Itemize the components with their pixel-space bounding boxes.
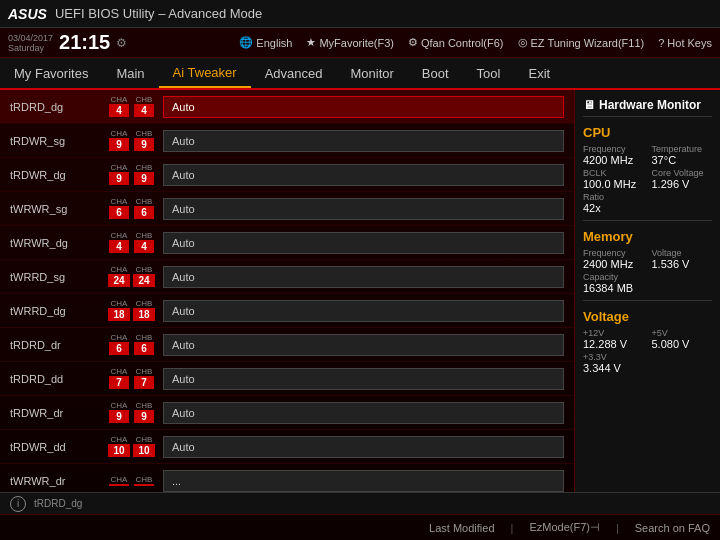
nav-language[interactable]: 🌐 English — [239, 36, 292, 49]
setting-row[interactable]: tRDWR_drCHA9CHB9Auto — [0, 396, 574, 430]
asus-logo: ASUS — [8, 6, 47, 22]
setting-value[interactable]: Auto — [163, 164, 564, 186]
channel-badges: CHACHB — [108, 476, 155, 486]
mem-cap-label: Capacity — [583, 272, 712, 282]
channel-badges: CHA4CHB4 — [108, 96, 155, 117]
cha-label: CHA — [111, 300, 128, 308]
chb-value: 6 — [134, 206, 154, 219]
chb-value: 7 — [134, 376, 154, 389]
setting-row[interactable]: tRDWR_sgCHA9CHB9Auto — [0, 124, 574, 158]
bottom-setting-name: tRDRD_dg — [34, 498, 82, 509]
setting-value[interactable]: Auto — [163, 96, 564, 118]
settings-panel: tRDRD_dgCHA4CHB4AutotRDWR_sgCHA9CHB9Auto… — [0, 90, 575, 492]
chb-label: CHB — [136, 164, 153, 172]
menu-tool[interactable]: Tool — [463, 58, 515, 88]
settings-icon[interactable]: ⚙ — [116, 36, 127, 50]
setting-name: tWRWR_dr — [10, 475, 100, 487]
cpu-temp-label: Temperature — [652, 144, 713, 154]
mem-cap-value: 16384 MB — [583, 282, 712, 294]
bclk-value: 100.0 MHz — [583, 178, 644, 190]
nav-eztuning[interactable]: ◎ EZ Tuning Wizard(F11) — [518, 36, 645, 49]
setting-row[interactable]: tWRWR_sgCHA6CHB6Auto — [0, 192, 574, 226]
chb-label: CHB — [136, 436, 153, 444]
nav-myfavorite[interactable]: ★ MyFavorite(F3) — [306, 36, 394, 49]
time-label: 21:15 — [59, 31, 110, 54]
hw-divider-2 — [583, 300, 712, 301]
chb-label: CHB — [136, 300, 153, 308]
chb-value: 4 — [134, 240, 154, 253]
setting-row[interactable]: tRDRD_ddCHA7CHB7Auto — [0, 362, 574, 396]
channel-badges: CHA9CHB9 — [108, 402, 155, 423]
setting-row[interactable]: tWRRD_dgCHA18CHB18Auto — [0, 294, 574, 328]
setting-row[interactable]: tRDWR_ddCHA10CHB10Auto — [0, 430, 574, 464]
setting-value[interactable]: Auto — [163, 130, 564, 152]
setting-row[interactable]: tWRRD_sgCHA24CHB24Auto — [0, 260, 574, 294]
setting-value[interactable]: ... — [163, 470, 564, 492]
corevolt-label: Core Voltage — [652, 168, 713, 178]
cpu-temp-value: 37°C — [652, 154, 713, 166]
chb-value: 9 — [134, 410, 154, 423]
menu-bar: My Favorites Main Ai Tweaker Advanced Mo… — [0, 58, 720, 90]
info-icon[interactable]: i — [10, 496, 26, 512]
menu-boot[interactable]: Boot — [408, 58, 463, 88]
menu-monitor[interactable]: Monitor — [337, 58, 408, 88]
cha-value: 6 — [109, 342, 129, 355]
date-label: 03/04/2017 — [8, 33, 53, 43]
chb-value: 9 — [134, 172, 154, 185]
setting-name: tRDWR_dr — [10, 407, 100, 419]
search-faq-button[interactable]: Search on FAQ — [635, 522, 710, 534]
setting-row[interactable]: tWRWR_dgCHA4CHB4Auto — [0, 226, 574, 260]
cha-label: CHA — [111, 164, 128, 172]
menu-advanced[interactable]: Advanced — [251, 58, 337, 88]
cpu-grid: Frequency 4200 MHz Temperature 37°C BCLK… — [583, 144, 712, 214]
chb-value: 24 — [133, 274, 154, 287]
cha-value: 6 — [109, 206, 129, 219]
setting-value[interactable]: Auto — [163, 334, 564, 356]
setting-name: tWRRD_dg — [10, 305, 100, 317]
globe-icon: 🌐 — [239, 36, 253, 49]
tuning-icon: ◎ — [518, 36, 528, 49]
p5v-value: 5.080 V — [652, 338, 713, 350]
setting-value[interactable]: Auto — [163, 232, 564, 254]
setting-value[interactable]: Auto — [163, 266, 564, 288]
menu-exit[interactable]: Exit — [514, 58, 564, 88]
mem-volt-label: Voltage — [652, 248, 713, 258]
cha-value: 9 — [109, 138, 129, 151]
ez-mode-button[interactable]: EzMode(F7)⊣ — [529, 521, 600, 534]
channel-badges: CHA6CHB6 — [108, 198, 155, 219]
channel-badges: CHA7CHB7 — [108, 368, 155, 389]
setting-value[interactable]: Auto — [163, 436, 564, 458]
cha-label: CHA — [111, 266, 128, 274]
corevolt-value: 1.296 V — [652, 178, 713, 190]
nav-qfan[interactable]: ⚙ Qfan Control(F6) — [408, 36, 504, 49]
setting-value[interactable]: Auto — [163, 198, 564, 220]
chb-value: 9 — [134, 138, 154, 151]
menu-myfavorites[interactable]: My Favorites — [0, 58, 102, 88]
fan-icon: ⚙ — [408, 36, 418, 49]
setting-name: tRDRD_dr — [10, 339, 100, 351]
cha-value: 9 — [109, 172, 129, 185]
cha-value — [109, 484, 129, 486]
setting-row[interactable]: tRDWR_dgCHA9CHB9Auto — [0, 158, 574, 192]
setting-value[interactable]: Auto — [163, 300, 564, 322]
setting-value[interactable]: Auto — [163, 368, 564, 390]
setting-row[interactable]: tWRWR_drCHACHB... — [0, 464, 574, 492]
setting-row[interactable]: tRDRD_drCHA6CHB6Auto — [0, 328, 574, 362]
cha-value: 9 — [109, 410, 129, 423]
last-modified: Last Modified — [429, 522, 494, 534]
setting-row[interactable]: tRDRD_dgCHA4CHB4Auto — [0, 90, 574, 124]
monitor-icon: 🖥 — [583, 98, 595, 112]
menu-aitweaker[interactable]: Ai Tweaker — [159, 58, 251, 88]
nav-hotkeys[interactable]: ? Hot Keys — [658, 37, 712, 49]
cha-value: 7 — [109, 376, 129, 389]
menu-main[interactable]: Main — [102, 58, 158, 88]
title-bar: ASUS UEFI BIOS Utility – Advanced Mode — [0, 0, 720, 28]
chb-label: CHB — [136, 368, 153, 376]
cha-value: 4 — [109, 240, 129, 253]
mem-volt-value: 1.536 V — [652, 258, 713, 270]
bclk-label: BCLK — [583, 168, 644, 178]
top-nav: 🌐 English ★ MyFavorite(F3) ⚙ Qfan Contro… — [239, 36, 712, 49]
setting-value[interactable]: Auto — [163, 402, 564, 424]
p33v-value: 3.344 V — [583, 362, 644, 374]
cha-value: 10 — [108, 444, 129, 457]
